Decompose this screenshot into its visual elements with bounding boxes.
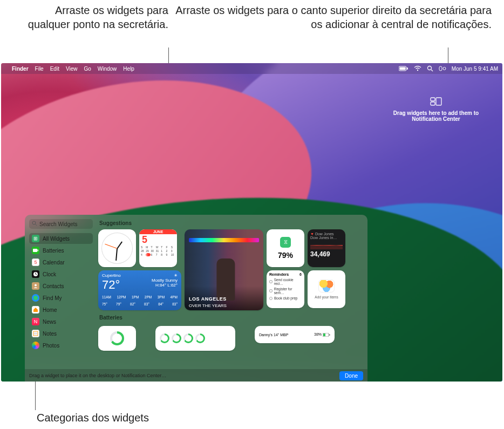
svg-rect-8 bbox=[431, 98, 435, 101]
sidebar-item-photos[interactable]: Photos bbox=[29, 340, 93, 351]
sidebar-item-home[interactable]: Home bbox=[29, 304, 93, 315]
menu-go[interactable]: Go bbox=[84, 66, 91, 72]
freeform-label: Add your items bbox=[315, 295, 338, 299]
menu-file[interactable]: File bbox=[35, 66, 44, 72]
reminder-item: Register for sem… bbox=[274, 287, 302, 295]
widgets-icon bbox=[387, 97, 485, 108]
done-button[interactable]: Done bbox=[339, 371, 363, 380]
footer-hint: Drag a widget to place it on the desktop… bbox=[29, 373, 166, 378]
screentime-icon: ⧖ bbox=[280, 237, 291, 248]
menu-bar: Finder File Edit View Go Window Help Mon… bbox=[1, 63, 502, 74]
sidebar-item-all-widgets[interactable]: All Widgets bbox=[29, 233, 93, 244]
widget-gallery-panel: Search Widgets All Widgets Batteries 5 C… bbox=[25, 215, 367, 382]
weather-hilo: H:84° L:62° bbox=[152, 283, 178, 288]
stock-value: 34,469 bbox=[310, 250, 343, 258]
menu-window[interactable]: Window bbox=[98, 66, 117, 72]
sidebar-item-label: Photos bbox=[43, 343, 59, 349]
sidebar-item-label: Contacts bbox=[43, 283, 64, 289]
clock-widget[interactable] bbox=[98, 229, 136, 267]
findmy-icon bbox=[32, 294, 39, 302]
svg-rect-2 bbox=[407, 67, 408, 70]
sidebar-item-calendar[interactable]: 5 Calendar bbox=[29, 257, 93, 268]
photos-widget[interactable]: LOS ANGELES OVER THE YEARS bbox=[185, 229, 263, 310]
freeform-widget[interactable]: Add your items bbox=[308, 270, 345, 308]
stock-symbol: Dow Jones bbox=[315, 232, 334, 236]
svg-rect-9 bbox=[431, 102, 435, 105]
calendar-month: JUNE bbox=[139, 229, 177, 234]
all-widgets-icon bbox=[32, 235, 39, 242]
sidebar-item-label: News bbox=[43, 319, 56, 325]
spotlight-icon[interactable] bbox=[427, 65, 433, 72]
app-menu[interactable]: Finder bbox=[12, 66, 29, 72]
menu-edit[interactable]: Edit bbox=[50, 66, 59, 72]
menu-help[interactable]: Help bbox=[123, 66, 134, 72]
macos-desktop: Finder File Edit View Go Window Help Mon… bbox=[1, 63, 502, 382]
freeform-icon bbox=[318, 280, 335, 292]
widget-gallery-content: Suggestions JUNE 5 SMTWTFS bbox=[97, 215, 367, 369]
photo-subtitle: OVER THE YEARS bbox=[189, 303, 227, 308]
section-title-suggestions: Suggestions bbox=[99, 220, 362, 226]
battery-device: Danny's 14" MBP bbox=[259, 333, 288, 337]
notification-center-dropzone[interactable]: Drag widgets here to add them to Notific… bbox=[387, 97, 485, 122]
search-widgets-input[interactable]: Search Widgets bbox=[29, 219, 93, 229]
wifi-status-icon[interactable] bbox=[414, 66, 421, 71]
widget-gallery-sidebar: Search Widgets All Widgets Batteries 5 C… bbox=[25, 215, 97, 369]
battery-widget-large[interactable]: Danny's 14" MBP 38% bbox=[255, 326, 335, 343]
svg-rect-19 bbox=[33, 331, 38, 336]
sidebar-item-label: Home bbox=[43, 307, 57, 313]
reminders-widget[interactable]: Reminders6 Send cookie reci… Register fo… bbox=[267, 270, 304, 308]
notes-icon bbox=[32, 330, 39, 337]
svg-rect-14 bbox=[38, 250, 39, 251]
weather-condition: Mostly Sunny bbox=[152, 278, 178, 283]
search-icon bbox=[32, 221, 37, 227]
widget-gallery-footer: Drag a widget to place it on the desktop… bbox=[25, 369, 367, 382]
calendar-icon: 5 bbox=[32, 258, 39, 266]
weather-widget[interactable]: Cupertino 72° ☀ Mostly Sunny H:84° L:62° bbox=[98, 270, 181, 310]
batteries-icon bbox=[32, 247, 39, 254]
weather-city: Cupertino bbox=[102, 273, 121, 278]
sidebar-item-label: All Widgets bbox=[43, 236, 70, 242]
reminder-item: Send cookie reci… bbox=[274, 278, 302, 285]
svg-point-3 bbox=[417, 70, 418, 71]
contacts-icon bbox=[32, 282, 39, 290]
stocks-widget[interactable]: ▼ Dow Jones Dow Jones In… 34,469 bbox=[308, 229, 345, 267]
svg-point-4 bbox=[427, 66, 431, 70]
calendar-grid: SMTWTFS 28293031123 45678910 bbox=[139, 246, 177, 256]
battery-status-icon[interactable] bbox=[399, 66, 408, 71]
svg-rect-13 bbox=[33, 249, 37, 252]
calendar-widget[interactable]: JUNE 5 SMTWTFS 28293031123 45678910 bbox=[139, 229, 177, 267]
sidebar-item-news[interactable]: N News bbox=[29, 316, 93, 327]
svg-rect-24 bbox=[329, 334, 330, 336]
svg-rect-1 bbox=[399, 67, 405, 70]
control-center-icon[interactable] bbox=[439, 66, 446, 71]
battery-widget-small[interactable] bbox=[98, 326, 136, 351]
sidebar-item-notes[interactable]: Notes bbox=[29, 328, 93, 339]
sidebar-item-label: Notes bbox=[43, 331, 57, 337]
sidebar-item-label: Clock bbox=[43, 271, 56, 277]
svg-point-18 bbox=[35, 284, 37, 287]
callout-drag-topright: Arraste os widgets para o canto superior… bbox=[173, 3, 492, 32]
sidebar-item-label: Batteries bbox=[43, 248, 64, 254]
svg-line-5 bbox=[431, 70, 433, 71]
home-icon bbox=[32, 306, 39, 314]
menubar-datetime[interactable]: Mon Jun 5 9:41 AM bbox=[452, 66, 498, 72]
screentime-widget[interactable]: ⧖ 79% bbox=[267, 229, 304, 267]
svg-rect-6 bbox=[439, 66, 442, 71]
reminder-item: Book club prep bbox=[274, 296, 297, 300]
sidebar-item-label: Find My bbox=[43, 295, 62, 301]
svg-rect-10 bbox=[436, 98, 441, 105]
svg-rect-23 bbox=[323, 333, 325, 336]
battery-widget-medium[interactable] bbox=[155, 326, 235, 351]
sidebar-item-clock[interactable]: Clock bbox=[29, 269, 93, 280]
sidebar-item-contacts[interactable]: Contacts bbox=[29, 281, 93, 291]
svg-point-11 bbox=[32, 221, 36, 224]
search-placeholder: Search Widgets bbox=[39, 221, 78, 227]
sidebar-item-findmy[interactable]: Find My bbox=[29, 292, 93, 303]
weather-temp: 72° bbox=[102, 278, 121, 292]
menu-view[interactable]: View bbox=[66, 66, 78, 72]
photo-title: LOS ANGELES bbox=[189, 296, 227, 302]
clock-icon bbox=[32, 270, 39, 278]
battery-pct: 38% bbox=[314, 332, 322, 336]
news-icon: N bbox=[32, 318, 39, 325]
sidebar-item-batteries[interactable]: Batteries bbox=[29, 245, 93, 256]
